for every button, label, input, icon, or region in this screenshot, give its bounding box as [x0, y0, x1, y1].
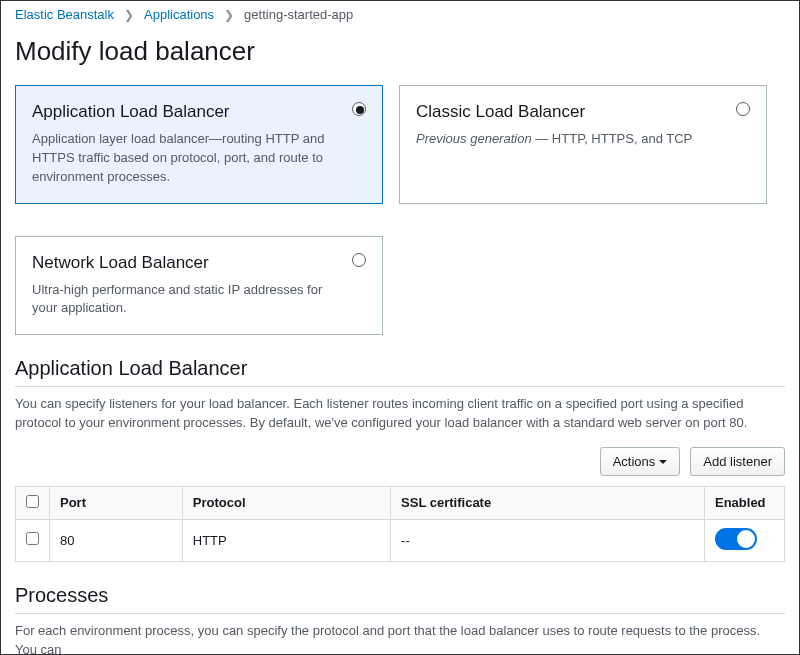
breadcrumb-link-applications[interactable]: Applications [144, 7, 214, 22]
actions-button-label: Actions [613, 454, 656, 469]
toggle-knob [737, 530, 755, 548]
section-desc-processes: For each environment process, you can sp… [15, 622, 785, 655]
option-desc: Application layer load balancer—routing … [32, 130, 338, 187]
option-desc: Ultra-high performance and static IP add… [32, 281, 338, 319]
actions-button[interactable]: Actions [600, 447, 681, 476]
radio-icon [736, 102, 750, 116]
row-select-cell [16, 519, 50, 561]
listener-table: Port Protocol SSL certificate Enabled 80… [15, 486, 785, 562]
breadcrumb-current: getting-started-app [244, 7, 353, 22]
radio-icon [352, 253, 366, 267]
cell-protocol: HTTP [182, 519, 390, 561]
chevron-right-icon: ❯ [224, 8, 234, 22]
cell-port: 80 [50, 519, 183, 561]
select-all-cell [16, 486, 50, 519]
cell-enabled [705, 519, 785, 561]
header-port: Port [50, 486, 183, 519]
option-title: Network Load Balancer [32, 253, 338, 273]
page-title: Modify load balancer [15, 36, 785, 67]
row-select-checkbox[interactable] [26, 532, 39, 545]
option-desc: Previous generation — HTTP, HTTPS, and T… [416, 130, 722, 149]
table-row: 80 HTTP -- [16, 519, 785, 561]
header-ssl: SSL certificate [391, 486, 705, 519]
option-network-load-balancer[interactable]: Network Load Balancer Ultra-high perform… [15, 236, 383, 336]
section-title-processes: Processes [15, 584, 785, 614]
enabled-toggle[interactable] [715, 528, 757, 550]
option-title: Classic Load Balancer [416, 102, 722, 122]
header-enabled: Enabled [705, 486, 785, 519]
add-listener-button[interactable]: Add listener [690, 447, 785, 476]
option-classic-load-balancer[interactable]: Classic Load Balancer Previous generatio… [399, 85, 767, 204]
section-title-alb: Application Load Balancer [15, 357, 785, 387]
load-balancer-options: Application Load Balancer Application la… [15, 85, 785, 335]
header-protocol: Protocol [182, 486, 390, 519]
caret-down-icon [659, 460, 667, 464]
cell-ssl: -- [391, 519, 705, 561]
option-title: Application Load Balancer [32, 102, 338, 122]
section-desc-alb: You can specify listeners for your load … [15, 395, 785, 433]
option-application-load-balancer[interactable]: Application Load Balancer Application la… [15, 85, 383, 204]
chevron-right-icon: ❯ [124, 8, 134, 22]
breadcrumb: Elastic Beanstalk ❯ Applications ❯ getti… [15, 1, 785, 26]
table-header-row: Port Protocol SSL certificate Enabled [16, 486, 785, 519]
select-all-checkbox[interactable] [26, 495, 39, 508]
table-actions: Actions Add listener [15, 447, 785, 476]
radio-icon [352, 102, 366, 116]
add-listener-label: Add listener [703, 454, 772, 469]
breadcrumb-link-elastic-beanstalk[interactable]: Elastic Beanstalk [15, 7, 114, 22]
